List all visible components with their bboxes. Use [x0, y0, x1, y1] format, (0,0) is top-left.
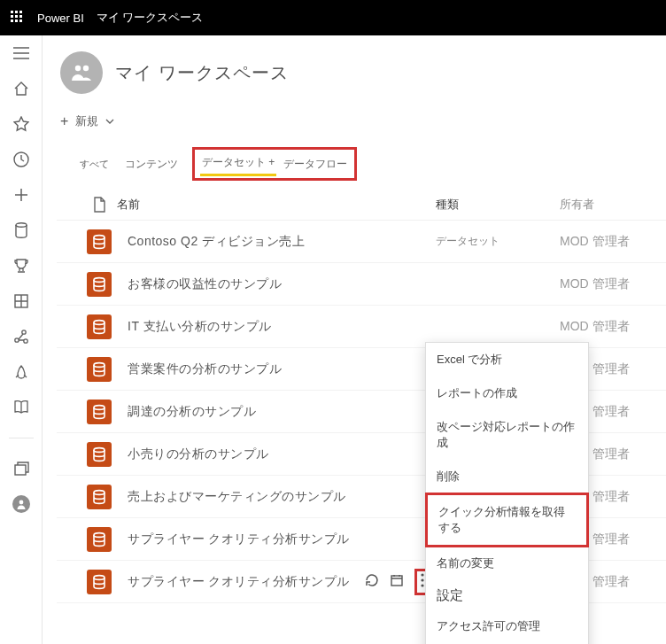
- svg-point-3: [14, 338, 18, 342]
- dataset-icon: [87, 442, 112, 467]
- database-icon[interactable]: [12, 221, 30, 239]
- schedule-icon[interactable]: [390, 573, 404, 591]
- tab-dataflows[interactable]: データフロー: [282, 153, 349, 175]
- row-name[interactable]: サプライヤー クオリティ分析サンプル: [117, 531, 436, 547]
- row-owner: MOD 管理者: [560, 276, 666, 292]
- context-menu: Excel で分析 レポートの作成 改ページ対応レポートの作成 削除 クイック分…: [425, 342, 589, 644]
- column-type[interactable]: 種類: [436, 197, 560, 213]
- row-name[interactable]: IT 支払い分析のサンプル: [117, 319, 436, 335]
- svg-point-18: [94, 575, 105, 579]
- svg-point-16: [94, 490, 105, 494]
- home-icon[interactable]: [12, 80, 30, 97]
- file-icon: [81, 197, 117, 213]
- svg-point-15: [94, 447, 105, 452]
- hamburger-icon[interactable]: [12, 44, 30, 62]
- menu-settings[interactable]: 設定: [426, 580, 588, 611]
- row-name[interactable]: サプライヤー クオリティ分析サンプル: [117, 574, 365, 590]
- row-name[interactable]: お客様の収益性のサンプル: [117, 276, 436, 292]
- menu-quick-insights[interactable]: クイック分析情報を取得する: [425, 493, 589, 547]
- topbar: Power BI マイ ワークスペース: [0, 0, 666, 35]
- deploy-icon[interactable]: [12, 363, 30, 381]
- menu-analyze-excel[interactable]: Excel で分析: [426, 343, 588, 376]
- svg-point-13: [94, 362, 105, 367]
- avatar-icon[interactable]: [12, 495, 30, 513]
- row-name[interactable]: 売上およびマーケティングのサンプル: [117, 489, 436, 505]
- tab-all[interactable]: すべて: [78, 154, 111, 175]
- plus-icon: +: [60, 113, 68, 129]
- menu-delete[interactable]: 削除: [426, 460, 588, 493]
- menu-create-paginated[interactable]: 改ページ対応レポートの作成: [426, 410, 588, 460]
- svg-point-20: [421, 573, 423, 576]
- svg-rect-19: [391, 576, 402, 586]
- sidebar-divider: [9, 438, 34, 438]
- svg-point-21: [421, 578, 423, 581]
- refresh-icon[interactable]: [365, 573, 379, 591]
- svg-point-10: [94, 235, 105, 239]
- dataset-icon: [87, 272, 112, 297]
- workspaces-icon[interactable]: [12, 460, 30, 477]
- share-icon[interactable]: [12, 328, 30, 345]
- menu-permissions[interactable]: アクセス許可の管理: [426, 611, 588, 641]
- trophy-icon[interactable]: [12, 257, 30, 275]
- star-icon[interactable]: [12, 115, 30, 133]
- svg-point-11: [94, 277, 105, 282]
- svg-rect-6: [15, 465, 26, 475]
- svg-point-14: [94, 405, 105, 409]
- dataset-icon: [87, 314, 112, 339]
- row-actions: [365, 569, 430, 595]
- row-owner: MOD 管理者: [560, 319, 666, 335]
- svg-point-17: [94, 532, 105, 537]
- column-owner[interactable]: 所有者: [560, 197, 666, 213]
- tab-datasets[interactable]: データセット +: [200, 151, 276, 176]
- app-launcher-icon[interactable]: [11, 11, 25, 25]
- svg-point-8: [75, 66, 81, 71]
- new-label: 新規: [75, 113, 98, 129]
- svg-point-9: [83, 66, 89, 71]
- book-icon[interactable]: [12, 399, 30, 416]
- nav-sidebar: [0, 35, 43, 644]
- svg-point-5: [23, 339, 27, 343]
- dataset-icon: [87, 527, 112, 552]
- dataset-icon: [87, 485, 112, 509]
- dataset-icon: [87, 357, 112, 382]
- workspace-avatar-icon: [60, 51, 103, 94]
- tab-content[interactable]: コンテンツ: [123, 153, 180, 175]
- svg-point-1: [16, 223, 27, 227]
- column-headers: 名前 種類 所有者: [57, 188, 666, 221]
- apps-icon[interactable]: [12, 292, 30, 310]
- new-button[interactable]: + 新規: [57, 106, 666, 147]
- dataset-icon: [87, 570, 112, 594]
- tabs: すべて コンテンツ データセット + データフロー: [57, 147, 666, 188]
- clock-icon[interactable]: [12, 151, 30, 168]
- menu-rename[interactable]: 名前の変更: [426, 547, 588, 580]
- row-owner: MOD 管理者: [560, 234, 666, 250]
- workspace-title: マイ ワークスペース: [115, 61, 289, 85]
- chevron-down-icon: [105, 119, 114, 124]
- brand-label: Power BI: [37, 12, 84, 25]
- main-content: マイ ワークスペース + 新規 すべて コンテンツ データセット + データフロ…: [43, 35, 666, 644]
- plus-icon[interactable]: [12, 186, 30, 204]
- row-name[interactable]: 調達の分析のサンプル: [117, 404, 436, 420]
- menu-create-report[interactable]: レポートの作成: [426, 376, 588, 410]
- dataset-icon: [87, 229, 112, 254]
- dataset-icon: [87, 400, 112, 424]
- column-name[interactable]: 名前: [117, 197, 436, 213]
- tab-datasets-highlight: データセット + データフロー: [192, 147, 357, 181]
- svg-point-22: [421, 584, 423, 586]
- topbar-workspace-label: マイ ワークスペース: [97, 10, 204, 26]
- row-name[interactable]: 小売りの分析のサンプル: [117, 446, 436, 462]
- row-type: データセット: [436, 234, 560, 249]
- svg-point-7: [19, 500, 23, 505]
- table-row[interactable]: お客様の収益性のサンプルMOD 管理者: [57, 263, 666, 306]
- workspace-header: マイ ワークスペース: [57, 35, 666, 106]
- row-name[interactable]: Contoso Q2 ディビジョン売上: [117, 234, 436, 250]
- svg-point-4: [21, 330, 25, 334]
- row-name[interactable]: 営業案件の分析のサンプル: [117, 361, 436, 377]
- svg-point-12: [94, 320, 105, 324]
- table-row[interactable]: Contoso Q2 ディビジョン売上データセットMOD 管理者: [57, 221, 666, 263]
